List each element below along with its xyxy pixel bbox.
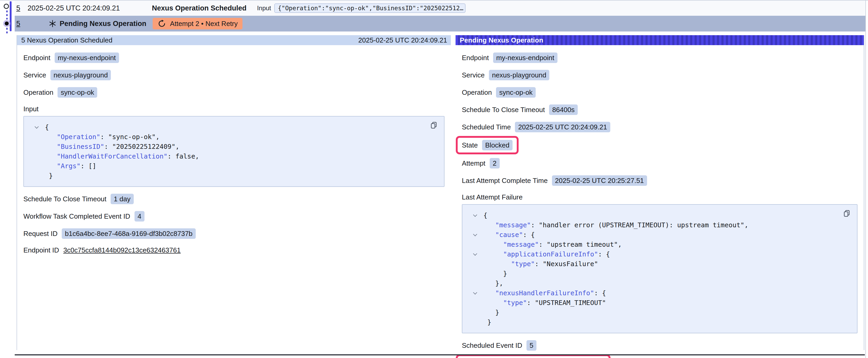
json-code-block-input: { "Operation": "sync-op-ok", "BusinessID… [23, 116, 444, 187]
right-card-title: Pending Nexus Operation [460, 36, 543, 44]
field-value-service: nexus-playground [51, 70, 111, 80]
code-line: "BusinessID": "20250225122409", [30, 142, 438, 152]
field-value-operation: sync-op-ok [496, 87, 536, 98]
code-line: "type": "UPSTREAM_TIMEOUT" [469, 298, 851, 307]
collapse-chevron-icon[interactable] [473, 252, 476, 255]
code-text: "nexusHandlerFailureInfo": { [484, 289, 606, 297]
code-text: } [484, 270, 507, 278]
right-card-header: Pending Nexus Operation [456, 35, 864, 45]
collapse-chevron-icon[interactable] [473, 214, 476, 217]
pending-event-row[interactable]: 5 Pending Nexus Operation Attempt 2 • Ne… [15, 16, 865, 32]
left-card-body: Endpointmy-nexus-endpointServicenexus-pl… [17, 45, 451, 255]
pending-asterisk-icon [49, 20, 57, 28]
field-label-scheduled-event-id: Scheduled Event ID [462, 341, 522, 350]
code-line: } [30, 171, 438, 181]
code-line: "message": "upstream timeout", [469, 240, 851, 249]
code-line: "type": "NexusFailure" [469, 259, 851, 269]
field-operation: Operationsync-op-ok [23, 87, 444, 98]
code-line: "applicationFailureInfo": { [469, 249, 851, 259]
expanded-row-bottom-border [15, 354, 865, 355]
code-text: "HandlerWaitForCancellation": false, [45, 153, 199, 160]
retry-badge-label: Attempt 2 • Next Retry [170, 20, 238, 28]
code-line: "cause": { [469, 230, 851, 240]
collapse-chevron-icon[interactable] [473, 291, 476, 294]
temporal-event-history-page: 5 2025-02-25 UTC 20:24:09.21 Nexus Opera… [0, 0, 868, 358]
right-card-body: Endpointmy-nexus-endpointServicenexus-pl… [456, 45, 864, 358]
selected-event-bar [10, 1, 11, 31]
code-text: "cause": { [484, 231, 535, 238]
field-label-request-id: Request ID [23, 230, 58, 238]
code-text: }, [484, 280, 503, 287]
input-preview-pill[interactable]: {"Operation":"sync-op-ok","BusinessID":"… [274, 3, 466, 13]
field-service: Servicenexus-playground [23, 70, 444, 80]
field-scheduled-event-id: Scheduled Event ID5 [462, 340, 858, 351]
code-text: } [484, 318, 491, 326]
page-right-border [865, 1, 866, 358]
pending-event-id-link[interactable]: 5 [16, 20, 20, 28]
event-id-link[interactable]: 5 [16, 4, 20, 12]
code-line: "HandlerWaitForCancellation": false, [30, 152, 438, 161]
code-line: } [469, 317, 851, 327]
field-label-input: Input [23, 104, 444, 113]
timeline-rail [0, 1, 15, 35]
code-text: "message": "upstream timeout", [484, 241, 622, 248]
right-detail-card: Pending Nexus Operation Endpointmy-nexus… [456, 35, 864, 350]
field-label-last-attempt-failure: Last Attempt Failure [462, 193, 858, 202]
code-text: "Args": [] [45, 162, 96, 170]
field-endpoint: Endpointmy-nexus-endpoint [462, 53, 858, 63]
field-label-endpoint-id: Endpoint ID [23, 246, 59, 254]
annotation-box-state: StateBlocked [456, 136, 519, 154]
code-text: "message": "handler error (UPSTREAM_TIME… [484, 221, 748, 229]
retry-badge: Attempt 2 • Next Retry [153, 18, 243, 29]
field-value-workflow-task-completed-event-id: 4 [134, 211, 145, 222]
field-label-scheduled-time: Scheduled Time [462, 123, 511, 131]
code-text: "BusinessID": "20250225122409", [45, 143, 180, 151]
field-label-service: Service [23, 71, 46, 79]
field-label-operation: Operation [23, 89, 53, 97]
event-title: Nexus Operation Scheduled [152, 4, 246, 12]
field-endpoint-id: Endpoint ID3c0c75ccfa8144b092c13ce632463… [23, 246, 444, 255]
event-detail-panels: 5 Nexus Operation Scheduled 2025-02-25 U… [17, 35, 864, 350]
pending-event-title: Pending Nexus Operation [60, 20, 146, 28]
field-value-attempt: 2 [490, 158, 500, 168]
code-text: { [484, 211, 487, 219]
collapse-chevron-icon[interactable] [473, 233, 476, 236]
event-current-circle-icon [3, 20, 10, 27]
field-endpoint: Endpointmy-nexus-endpoint [23, 53, 444, 63]
field-value-operation: sync-op-ok [58, 87, 97, 98]
field-label-service: Service [462, 71, 485, 79]
input-label: Input [257, 4, 271, 12]
code-text: "applicationFailureInfo": { [484, 250, 610, 258]
code-text: { [45, 123, 49, 131]
event-timestamp: 2025-02-25 UTC 20:24:09.21 [28, 4, 120, 12]
code-line: "Args": [] [30, 161, 438, 171]
field-operation: Operationsync-op-ok [462, 87, 858, 98]
timeline-dashed-connector [6, 10, 8, 20]
field-value-endpoint: my-nexus-endpoint [493, 53, 557, 63]
field-label-schedule-to-close-timeout: Schedule To Close Timeout [23, 195, 106, 203]
event-open-circle-icon [4, 4, 9, 9]
code-line: } [469, 307, 851, 317]
field-value-endpoint-id[interactable]: 3c0c75ccfa8144b092c13ce632463761 [63, 246, 181, 254]
code-text: "type": "UPSTREAM_TIMEOUT" [484, 299, 606, 306]
field-value-endpoint: my-nexus-endpoint [55, 53, 119, 63]
field-label-last-attempt-complete-time: Last Attempt Complete Time [462, 176, 548, 185]
code-line: { [30, 122, 438, 132]
code-line: "nexusHandlerFailureInfo": { [469, 288, 851, 298]
field-value-schedule-to-close-timeout: 86400s [549, 104, 578, 115]
code-line: }, [469, 279, 851, 288]
collapse-chevron-icon[interactable] [35, 125, 38, 128]
code-line: } [469, 269, 851, 279]
code-line: "Operation": "sync-op-ok", [30, 132, 438, 142]
field-service: Servicenexus-playground [462, 70, 858, 80]
event-row-collapsed[interactable]: 5 2025-02-25 UTC 20:24:09.21 Nexus Opera… [15, 1, 865, 16]
code-text: } [484, 308, 499, 316]
refresh-icon [157, 19, 166, 28]
field-label-endpoint: Endpoint [462, 54, 489, 62]
code-line: { [469, 210, 851, 220]
field-label-schedule-to-close-timeout: Schedule To Close Timeout [462, 106, 545, 114]
code-line: "message": "handler error (UPSTREAM_TIME… [469, 220, 851, 230]
field-label-attempt: Attempt [462, 159, 486, 167]
field-attempt: Attempt2 [462, 158, 858, 168]
field-label-state: State [462, 141, 478, 149]
